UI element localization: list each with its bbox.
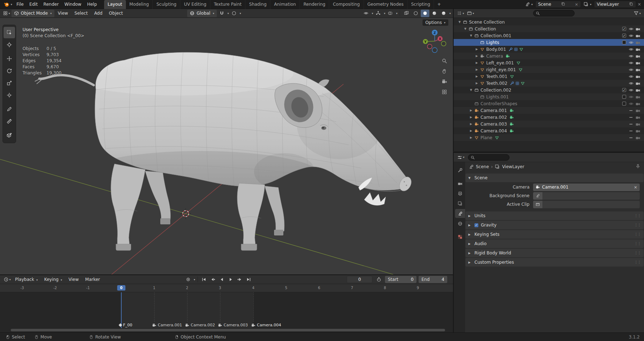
viewport-3d[interactable]: User Perspective (0) Scene Collection <F…	[0, 18, 453, 274]
tab-texture-paint[interactable]: Texture Paint	[210, 0, 245, 9]
pan-hand-icon[interactable]	[441, 68, 447, 74]
preview-range-button[interactable]	[375, 276, 383, 283]
menu-playback[interactable]: Playback ▾	[12, 276, 40, 283]
mode-dropdown[interactable]: Object Mode▾	[11, 10, 54, 17]
playhead-frame-badge[interactable]: 0	[117, 285, 126, 291]
tab-geometry-nodes[interactable]: Geometry Nodes	[364, 0, 408, 9]
hide-eye-icon[interactable]	[629, 54, 634, 59]
timeline-editor-type-button[interactable]: ▾	[3, 276, 11, 283]
timeline-tracks[interactable]: F_00 Camera.001 Camera.002 Camera.003 Ca…	[0, 292, 453, 328]
ortho-grid-icon[interactable]	[441, 89, 447, 95]
tab-compositing[interactable]: Compositing	[329, 0, 364, 9]
render-visibility-icon[interactable]	[635, 135, 640, 140]
exclude-checkbox[interactable]: ✓	[622, 27, 626, 31]
menu-select[interactable]: Select	[72, 10, 91, 17]
unlink-scene-icon[interactable]: ×	[575, 2, 578, 7]
properties-search-input[interactable]	[476, 155, 507, 160]
add-workspace-button[interactable]: +	[434, 0, 444, 9]
render-visibility-icon[interactable]	[635, 54, 640, 59]
exclude-checkbox[interactable]: ✓	[622, 34, 626, 38]
render-visibility-icon[interactable]	[635, 115, 640, 120]
auto-keying-button[interactable]	[184, 276, 192, 283]
hidden-dash-icon[interactable]	[629, 137, 633, 138]
marker-camera-003[interactable]: Camera.003	[218, 323, 248, 327]
render-visibility-icon[interactable]	[635, 108, 640, 113]
tab-texture[interactable]	[455, 232, 465, 241]
menu-file[interactable]: File	[14, 1, 26, 8]
show-object-types-button[interactable]	[362, 10, 370, 17]
jump-to-start-button[interactable]	[200, 276, 208, 283]
hide-eye-icon[interactable]	[629, 101, 634, 106]
tool-scale[interactable]	[4, 77, 15, 89]
properties-editor-type-button[interactable]: ▾	[457, 154, 465, 161]
hide-eye-icon[interactable]	[629, 40, 634, 45]
keying-dropdown-icon[interactable]: ▾	[194, 278, 195, 281]
timeline-ruler[interactable]: -3 -2 -1 1 2 3 4 5 6 7 8 9 0	[0, 284, 453, 292]
editor-type-button[interactable]: ▾	[2, 10, 11, 17]
gizmos-button[interactable]	[374, 10, 382, 17]
tab-modeling[interactable]: Modeling	[126, 0, 153, 9]
tool-add-cube[interactable]	[4, 130, 15, 141]
next-keyframe-button[interactable]	[236, 276, 244, 283]
row-body-001[interactable]: ▶ Body.001	[454, 46, 644, 53]
row-scene-collection[interactable]: ▼ Scene Collection	[454, 19, 644, 25]
row-collection[interactable]: ▼ Collection ✓	[454, 25, 644, 32]
render-visibility-icon[interactable]	[635, 94, 640, 99]
shading-rendered-button[interactable]	[439, 10, 448, 17]
shading-material-button[interactable]	[430, 10, 439, 17]
pin-icon[interactable]	[635, 164, 640, 170]
overlays-dropdown-icon[interactable]: ▾	[396, 12, 397, 15]
gravity-checkbox[interactable]: ✓	[474, 223, 478, 227]
tab-animation[interactable]: Animation	[270, 0, 300, 9]
render-visibility-icon[interactable]	[635, 67, 640, 72]
marker-camera-002[interactable]: Camera.002	[185, 323, 215, 327]
scene-browse-button[interactable]: ▾	[524, 1, 534, 8]
render-visibility-icon[interactable]	[635, 26, 640, 31]
tab-sculpting[interactable]: Sculpting	[153, 0, 180, 9]
exclude-checkbox[interactable]	[622, 40, 626, 44]
row-left-eye-001[interactable]: ▶ Left_eye.001	[454, 59, 644, 66]
tool-rotate[interactable]	[4, 65, 15, 77]
tab-view-layer[interactable]	[455, 199, 465, 208]
row-collection-002[interactable]: ▼ Collection.002 ✓	[454, 87, 644, 93]
tab-scripting[interactable]: Scripting	[408, 0, 434, 9]
viewlayer-browse-button[interactable]: ▾	[582, 1, 592, 8]
hide-eye-icon[interactable]	[629, 88, 634, 93]
menu-edit[interactable]: Edit	[26, 1, 40, 8]
menu-view[interactable]: View	[55, 10, 71, 17]
render-visibility-icon[interactable]	[635, 101, 640, 106]
menu-marker[interactable]: Marker	[82, 276, 103, 283]
exclude-checkbox[interactable]	[622, 102, 626, 106]
shading-wireframe-button[interactable]	[411, 10, 420, 17]
hide-eye-icon[interactable]	[629, 67, 634, 72]
gizmos-dropdown-icon[interactable]: ▾	[384, 12, 385, 15]
jump-to-end-button[interactable]	[245, 276, 253, 283]
tab-layout[interactable]: Layout	[104, 0, 126, 9]
breadcrumb-viewlayer[interactable]: ViewLayer	[502, 164, 524, 169]
render-visibility-icon[interactable]	[635, 81, 640, 86]
tab-world[interactable]	[455, 219, 465, 228]
play-reverse-button[interactable]	[218, 276, 226, 283]
shading-dropdown-icon[interactable]: ▾	[449, 12, 451, 15]
render-visibility-icon[interactable]	[635, 40, 640, 45]
play-button[interactable]	[227, 276, 235, 283]
menu-help[interactable]: Help	[84, 1, 99, 8]
marker-f00[interactable]: F_00	[119, 323, 132, 327]
row-teeth-001[interactable]: ▶ Teeth.001	[454, 73, 644, 80]
scene-name-field[interactable]: Scene ×	[535, 1, 581, 8]
transform-orientation-dropdown[interactable]: Global▾	[187, 10, 216, 17]
options-dropdown[interactable]: Options▾	[423, 19, 448, 26]
clip-browse-icon[interactable]	[533, 201, 542, 208]
render-visibility-icon[interactable]	[635, 33, 640, 38]
panel-audio[interactable]: ▶Audio⋮⋮	[465, 239, 644, 248]
exclude-checkbox[interactable]: ✓	[622, 88, 626, 92]
proportional-edit-button[interactable]	[230, 10, 238, 17]
snap-toggle-button[interactable]	[218, 10, 226, 17]
boar-model[interactable]	[35, 51, 414, 250]
row-camera-001[interactable]: ▶ Camera.001	[454, 107, 644, 114]
render-visibility-icon[interactable]	[635, 128, 640, 133]
render-visibility-icon[interactable]	[635, 88, 640, 93]
row-camera-003[interactable]: ▶ Camera.003	[454, 121, 644, 127]
render-visibility-icon[interactable]	[635, 122, 640, 127]
xray-toggle-button[interactable]	[402, 10, 411, 17]
